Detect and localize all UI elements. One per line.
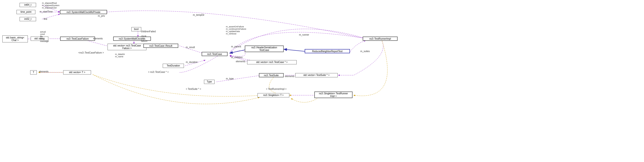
- label-line: line: [44, 18, 48, 20]
- node-int32-t-label: int32_t: [24, 18, 31, 20]
- node-singleton-t-label: ns3::Singleton< T >: [263, 94, 284, 96]
- label-m-type: m_type: [226, 77, 234, 80]
- node-bool-label: bool: [134, 28, 139, 30]
- node-test-suite-label: ns3::TestSuite: [264, 74, 279, 77]
- label-elements-4: elements: [39, 70, 48, 73]
- diagram-container: int64_t time_point int32_t ns3::SystemWa…: [0, 0, 644, 162]
- node-vec-t-label: std::vector< T >: [69, 71, 85, 74]
- node-vec-test-case-failure-label: std::vector< ns3::TestCaseFailure >: [113, 44, 141, 50]
- node-test-duration-label: TestDuration: [167, 64, 180, 67]
- label-m-parent: m_parent: [231, 45, 241, 48]
- node-test-case-failure: ns3::TestCaseFailure: [60, 36, 95, 41]
- node-basic-string-label: std::basic_string<Char >: [6, 36, 24, 42]
- node-time-point: time_point: [16, 10, 35, 14]
- label-assert-etc: m_assertOnFailurem_continueOnFailurem_up…: [226, 26, 246, 35]
- label-children-failed: childrenFailed: [141, 30, 156, 33]
- node-test-runner-impl-label: ns3::TestRunnerImpl: [369, 38, 391, 40]
- label-elements-1: elements: [93, 37, 103, 40]
- label-elements-3: elements: [285, 75, 294, 78]
- label-test-runner-impl-angle: < TestRunnerImpl >: [266, 88, 286, 90]
- node-int32-t: int32_t: [20, 17, 36, 21]
- node-reduced-neighbor-report-test: ReducedNeighborReportTest: [305, 49, 350, 53]
- node-test-case: ns3::TestCase: [202, 52, 228, 56]
- label-m-start-time: m_startTime: [40, 10, 52, 13]
- label-m-suites: m_suites: [360, 50, 370, 52]
- svg-line-16: [284, 49, 308, 52]
- svg-line-13: [216, 75, 262, 82]
- node-test-case-label: ns3::TestCase: [207, 53, 222, 56]
- node-test-duration: TestDuration: [163, 64, 184, 68]
- label-test-suite-star: < TestSuite * >: [186, 88, 201, 90]
- node-time-point-label: time_point: [20, 10, 31, 13]
- node-test-case-result-label: ns3::TestCase::Result: [149, 44, 172, 47]
- node-type: Type: [204, 80, 214, 84]
- node-system-wall-clock-ms-private-label: ns3::SystemWallClockMsPrivate: [66, 11, 100, 14]
- label-actual-etc: actualcondfilelimitmessage: [40, 31, 49, 42]
- label-m-priv: m_priv: [98, 14, 105, 17]
- label-ns3-testcase-failure-angle: <ns3::TestCaseFailure >: [78, 52, 104, 54]
- node-singleton-t: ns3::Singleton< T >: [258, 93, 289, 98]
- node-test-runner-impl: ns3::TestRunnerImpl: [363, 36, 398, 41]
- node-int64-t: int64_t: [20, 3, 36, 7]
- node-bool: bool: [131, 27, 141, 31]
- label-m-data-dir-m-name: m_dataDirm_name: [115, 53, 125, 58]
- label-ns3-test-case-star: < ns3::TestCase * >: [148, 71, 168, 73]
- label-m-runner: m_runner: [299, 34, 309, 36]
- node-vec-t: std::vector< T >: [63, 70, 91, 74]
- label-m-elapsed: m_elapsedRealm_elapsedSystemm_elapsedUse…: [42, 2, 60, 9]
- label-elements-2: elements: [236, 60, 246, 63]
- node-int64-t-label: int64_t: [24, 4, 31, 6]
- node-system-wall-clock-ms-private: ns3::SystemWallClockMsPrivate: [60, 10, 107, 14]
- label-m-temp-dir: m_tempDir: [193, 14, 204, 16]
- label-m-duration: m_duration: [186, 61, 198, 64]
- label-clock: clock: [141, 35, 146, 38]
- node-vec-test-suite-ptr-label: std::vector< TestSuite * >: [304, 74, 330, 76]
- node-singleton-test-runner-impl-label: ns3::Singleton< TestRunnerImpl >: [319, 92, 348, 98]
- node-vec-test-case-ptr: std::vector< ns3::TestCase * >: [247, 60, 297, 64]
- node-reduced-neighbor-report-test-label: ReducedNeighborReportTest: [312, 50, 343, 52]
- node-test-suite: ns3::TestSuite: [259, 73, 284, 77]
- diagram-svg: [0, 0, 644, 162]
- label-failure: failure: [141, 40, 148, 42]
- node-header-serialization-test-case: ns3::HeaderSerializationTestCase: [245, 46, 284, 52]
- node-type-label: Type: [207, 80, 212, 83]
- node-t-label: T: [33, 71, 34, 74]
- node-vec-test-suite-ptr: std::vector< TestSuite * >: [295, 73, 338, 77]
- label-m-children: m_children: [231, 56, 243, 59]
- node-vec-test-case-failure: std::vector< ns3::TestCaseFailure >: [108, 44, 146, 50]
- label-m-result: m_result: [186, 46, 195, 48]
- node-test-case-result: ns3::TestCase::Result: [143, 44, 178, 48]
- node-t: T: [30, 70, 37, 74]
- node-header-serialization-test-case-label: ns3::HeaderSerializationTestCase: [251, 46, 277, 52]
- node-singleton-test-runner-impl: ns3::Singleton< TestRunnerImpl >: [314, 92, 352, 98]
- node-vec-test-case-ptr-label: std::vector< ns3::TestCase * >: [256, 61, 288, 64]
- node-test-case-failure-label: ns3::TestCaseFailure: [66, 38, 89, 40]
- node-basic-string: std::basic_string<Char >: [2, 35, 28, 42]
